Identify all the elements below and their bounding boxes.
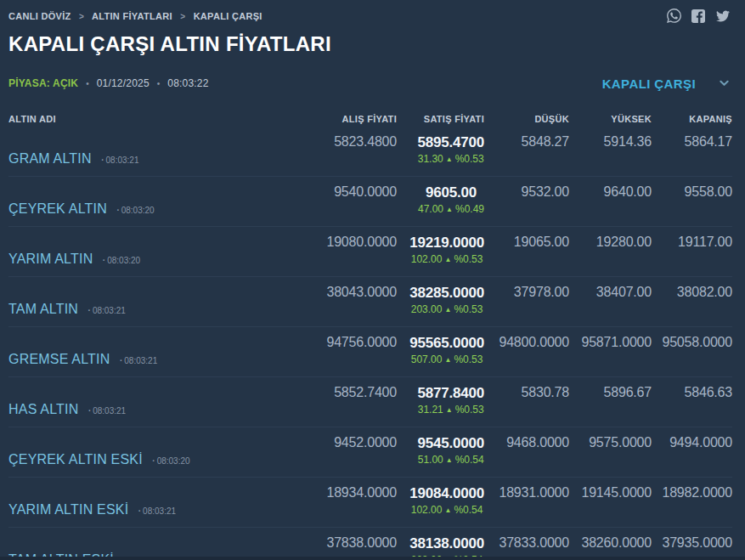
gold-name-link[interactable]: ÇEYREK ALTIN ESKİ: [8, 452, 143, 467]
market-status: PİYASA: AÇIK: [8, 77, 78, 89]
row-update-time: ·08:03:20: [152, 456, 189, 466]
sell-price: 19219.0000: [409, 235, 484, 252]
row-time-value: 08:03:21: [143, 506, 176, 516]
sell-price-cell: 9545.0000 51.00▲%0.54: [397, 435, 484, 466]
close-price: 5864.17: [652, 134, 732, 150]
high-price: 19145.0000: [569, 485, 652, 501]
gold-name-cell: ÇEYREK ALTIN ESKİ ·08:03:20: [8, 452, 303, 467]
high-price: 9640.00: [569, 184, 652, 200]
low-price: 19065.00: [484, 235, 569, 250]
change-percent: %0.49: [455, 203, 484, 215]
price-change: 203.00▲%0.53: [411, 303, 483, 315]
high-price: 19280.00: [569, 235, 652, 250]
gold-name-link[interactable]: YARIM ALTIN: [8, 252, 93, 266]
sell-price: 38138.0000: [409, 535, 484, 552]
close-price: 37935.0000: [652, 535, 732, 551]
price-change: 102.00▲%0.54: [411, 504, 483, 516]
sell-price-cell: 5895.4700 31.30▲%0.53: [397, 134, 484, 165]
arrow-up-icon: ▲: [446, 206, 453, 213]
change-amount: 31.30: [418, 153, 443, 165]
gold-name-cell: ÇEYREK ALTIN ·08:03:20: [8, 201, 303, 217]
buy-price: 94756.0000: [303, 335, 397, 350]
top-bar: CANLI DÖVİZ > ALTIN FİYATLARI > KAPALI Ç…: [8, 8, 732, 23]
market-selector-dropdown[interactable]: KAPALI ÇARŞI: [602, 76, 732, 91]
change-amount: 31.21: [418, 404, 443, 416]
status-row: PİYASA: AÇIK • 01/12/2025 • 08:03:22 KAP…: [8, 75, 732, 92]
high-price: 5914.36: [569, 134, 652, 150]
sell-price-cell: 95565.0000 507.00▲%0.53: [397, 335, 484, 365]
sell-price: 38285.0000: [409, 285, 484, 302]
table-row[interactable]: HAS ALTIN ·08:03:21 5852.7400 5877.8400 …: [8, 377, 732, 427]
change-percent: %0.53: [455, 153, 484, 165]
time-dot: ·: [152, 456, 155, 466]
gold-name-link[interactable]: GREMSE ALTIN: [8, 352, 110, 366]
whatsapp-icon[interactable]: [667, 8, 681, 23]
gold-name-link[interactable]: ÇEYREK ALTIN: [8, 201, 107, 216]
arrow-up-icon: ▲: [444, 506, 451, 514]
table-row[interactable]: YARIM ALTIN ESKİ ·08:03:21 18934.0000 19…: [8, 478, 732, 528]
sell-price-cell: 19084.0000 102.00▲%0.54: [397, 485, 484, 516]
breadcrumb-item-kapali-carsi[interactable]: KAPALI ÇARŞI: [194, 11, 262, 21]
buy-price: 18934.0000: [303, 485, 397, 501]
row-update-time: ·08:03:21: [88, 406, 126, 416]
row-time-value: 08:03:21: [93, 406, 126, 416]
gold-name-cell: GREMSE ALTIN ·08:03:21: [8, 352, 303, 367]
time-dot: ·: [138, 506, 141, 516]
sell-price-cell: 9605.00 47.00▲%0.49: [397, 184, 484, 215]
price-change: 31.21▲%0.53: [418, 404, 484, 416]
table-row[interactable]: TAM ALTIN ESKİ ·08:03:21 37838.0000 3813…: [8, 528, 732, 560]
sell-price: 9605.00: [426, 184, 477, 201]
gold-name-link[interactable]: GRAM ALTIN: [8, 151, 92, 166]
sell-price: 95565.0000: [409, 335, 484, 352]
breadcrumb-item-altin-fiyatlari[interactable]: ALTIN FİYATLARI: [92, 11, 172, 21]
change-amount: 507.00: [411, 354, 443, 365]
time-dot: ·: [116, 206, 119, 215]
sell-price: 5895.4700: [417, 134, 484, 151]
sell-price-cell: 19219.0000 102.00▲%0.53: [397, 235, 484, 265]
change-percent: %0.53: [455, 404, 484, 416]
buy-price: 9452.0000: [303, 435, 397, 450]
facebook-icon[interactable]: [691, 9, 705, 23]
table-row[interactable]: ÇEYREK ALTIN ·08:03:20 9540.0000 9605.00…: [8, 177, 732, 227]
price-change: 51.00▲%0.54: [418, 454, 484, 466]
sell-price: 5877.8400: [417, 385, 484, 402]
change-amount: 51.00: [418, 454, 443, 466]
row-time-value: 08:03:20: [107, 256, 140, 265]
row-time-value: 08:03:21: [106, 156, 139, 165]
high-price: 38407.00: [569, 285, 652, 300]
gold-name-cell: TAM ALTIN ·08:03:21: [8, 302, 303, 317]
time-dot: ·: [103, 256, 105, 265]
gold-name-link[interactable]: TAM ALTIN: [8, 302, 78, 316]
column-header-buy: ALIŞ FİYATI: [303, 114, 397, 127]
gold-name-link[interactable]: YARIM ALTIN ESKİ: [8, 502, 128, 517]
table-row[interactable]: ÇEYREK ALTIN ESKİ ·08:03:20 9452.0000 95…: [8, 427, 732, 478]
twitter-icon[interactable]: [715, 9, 731, 23]
price-change: 102.00▲%0.53: [411, 253, 483, 265]
sell-price-cell: 38285.0000 203.00▲%0.53: [397, 285, 484, 315]
chevron-down-icon: [720, 80, 729, 87]
breadcrumb-item-canli-doviz[interactable]: CANLI DÖVİZ: [8, 11, 71, 21]
table-row[interactable]: YARIM ALTIN ·08:03:20 19080.0000 19219.0…: [8, 227, 732, 277]
column-header-high: YÜKSEK: [569, 114, 652, 127]
gold-name-cell: YARIM ALTIN ·08:03:20: [8, 252, 303, 267]
change-percent: %0.54: [455, 454, 484, 466]
gold-name-link[interactable]: HAS ALTIN: [8, 402, 78, 416]
close-price: 9494.0000: [652, 435, 732, 450]
low-price: 94800.0000: [484, 335, 569, 350]
close-price: 95058.0000: [652, 335, 732, 350]
low-price: 9532.00: [484, 184, 569, 200]
column-header-name: ALTIN ADI: [8, 114, 303, 127]
table-row[interactable]: TAM ALTIN ·08:03:21 38043.0000 38285.000…: [8, 277, 732, 327]
arrow-up-icon: ▲: [446, 156, 453, 163]
arrow-up-icon: ▲: [446, 406, 453, 414]
row-time-value: 08:03:20: [157, 456, 190, 466]
row-update-time: ·08:03:20: [116, 206, 154, 215]
row-time-value: 08:03:21: [93, 306, 126, 315]
status-separator: •: [86, 79, 89, 88]
table-row[interactable]: GRAM ALTIN ·08:03:21 5823.4800 5895.4700…: [8, 127, 732, 177]
time-dot: ·: [88, 306, 91, 315]
arrow-up-icon: ▲: [444, 356, 451, 364]
table-row[interactable]: GREMSE ALTIN ·08:03:21 94756.0000 95565.…: [8, 327, 732, 377]
row-update-time: ·08:03:21: [120, 356, 157, 365]
column-header-low: DÜŞÜK: [484, 114, 569, 127]
